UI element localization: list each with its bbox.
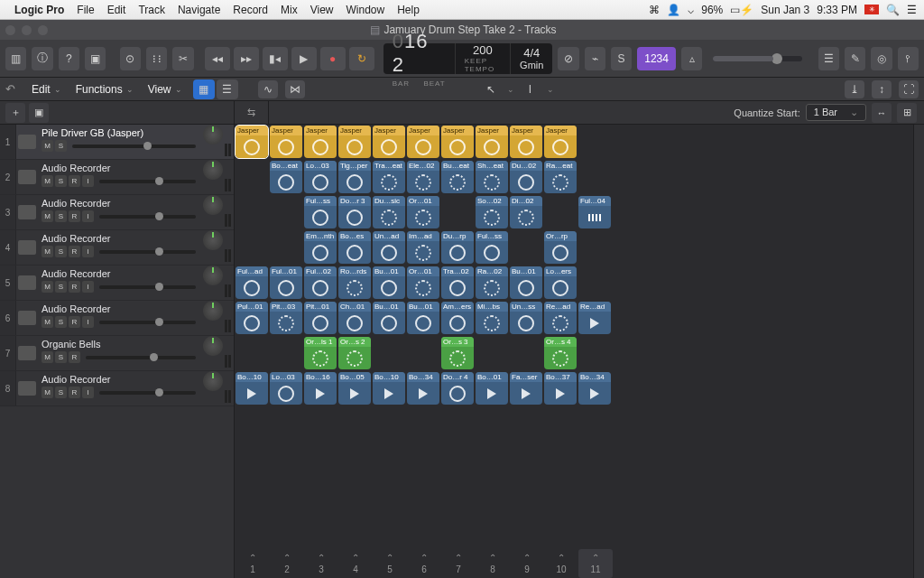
loop-browser-button[interactable]: ◎ (871, 47, 892, 70)
track-pan-knob[interactable] (203, 371, 223, 391)
loop-cell[interactable]: Bo…10 (236, 372, 268, 405)
solo-button[interactable]: S (611, 47, 632, 70)
traffic-lights[interactable] (5, 25, 48, 35)
menu-record[interactable]: Record (233, 4, 268, 16)
h-zoom-button[interactable]: ↔ (872, 103, 892, 123)
forward-button[interactable]: ▸▸ (234, 47, 259, 70)
loop-cell[interactable]: Jasper (510, 126, 542, 158)
track-r-button[interactable]: R (69, 316, 80, 328)
track-name[interactable]: Audio Recorder (42, 303, 199, 314)
loop-cell[interactable]: Ra…02 (476, 266, 508, 299)
track-row[interactable]: 7 Organic Bells MSR (0, 336, 234, 371)
track-volume-slider[interactable] (99, 321, 196, 324)
loop-cell[interactable]: Or…01 (407, 196, 439, 228)
track-row[interactable]: 1 Pile Driver GB (Jasper) MS (0, 125, 234, 160)
flag-canada-icon[interactable]: ✳ (864, 5, 879, 14)
track-icon[interactable] (16, 230, 38, 265)
divider-icon[interactable]: ⇆ (247, 107, 255, 118)
loop-cell[interactable]: Ful…01 (270, 266, 302, 299)
loop-cell[interactable]: Du…rp (441, 231, 474, 264)
scene-trigger[interactable]: ⌃5 (373, 549, 407, 578)
loop-cell[interactable]: Jasper (407, 126, 439, 158)
track-m-button[interactable]: M (42, 246, 53, 257)
track-volume-slider[interactable] (99, 285, 196, 289)
scene-trigger[interactable]: ⌃3 (304, 549, 338, 578)
empty-cell[interactable] (578, 161, 611, 193)
track-volume-slider[interactable] (99, 215, 196, 219)
view-menu[interactable]: View (144, 81, 186, 98)
record-button[interactable]: ● (320, 47, 346, 70)
replace-button[interactable]: ⊘ (558, 47, 578, 70)
mixer-button[interactable]: ⫶⫶ (146, 47, 167, 70)
track-row[interactable]: 4 Audio Recorder MSRI (0, 230, 234, 266)
loop-cell[interactable]: Pit…01 (304, 302, 337, 334)
loop-cell[interactable]: Re…ad (578, 302, 611, 334)
loop-cell[interactable]: Jasper (236, 126, 268, 158)
track-pan-knob[interactable] (203, 160, 223, 180)
track-i-button[interactable]: I (82, 210, 94, 222)
track-m-button[interactable]: M (42, 316, 53, 328)
track-name[interactable]: Audio Recorder (42, 198, 199, 209)
loop-cell[interactable]: Re…ad (544, 302, 577, 334)
track-row[interactable]: 5 Audio Recorder MSRI (0, 266, 234, 301)
track-volume-slider[interactable] (86, 356, 196, 359)
library-button[interactable]: ▥ (5, 47, 26, 70)
loop-cell[interactable]: Bo…16 (304, 372, 337, 405)
duplicate-track-button[interactable]: ▣ (29, 103, 49, 123)
loop-cell[interactable]: Un…ss (510, 302, 542, 334)
notepad-button[interactable]: ✎ (845, 47, 865, 70)
loop-cell[interactable]: Ful…ad (236, 266, 268, 299)
track-pan-knob[interactable] (203, 125, 223, 144)
empty-cell[interactable] (578, 266, 611, 299)
menu-window[interactable]: Window (346, 4, 384, 16)
menu-track[interactable]: Track (138, 4, 165, 16)
loop-cell[interactable]: Jasper (441, 126, 474, 158)
loop-cell[interactable]: Do…r 4 (441, 372, 474, 405)
loop-cell[interactable]: Ful…02 (304, 266, 337, 299)
add-track-button[interactable]: ＋ (5, 103, 25, 123)
loop-cell[interactable]: Em…nth (304, 231, 337, 264)
loop-cell[interactable]: Tra…02 (441, 266, 474, 299)
loop-cell[interactable]: Ele…02 (407, 161, 439, 193)
loop-cell[interactable]: Un…ad (373, 231, 405, 264)
track-r-button[interactable]: R (69, 175, 80, 187)
track-s-button[interactable]: S (55, 175, 67, 187)
loop-cell[interactable]: Bo…eat (270, 161, 302, 193)
track-pan-knob[interactable] (203, 230, 223, 250)
scene-panel-button[interactable]: ⊞ (897, 103, 917, 123)
loop-cell[interactable]: Du…02 (510, 161, 542, 193)
track-name[interactable]: Pile Driver GB (Jasper) (42, 127, 199, 138)
cycle-button[interactable]: ↻ (349, 47, 374, 70)
track-icon[interactable] (16, 301, 38, 335)
battery-icon[interactable]: ▭⚡ (730, 4, 753, 16)
track-icon[interactable] (16, 160, 38, 194)
rewind-button[interactable]: ◂◂ (205, 47, 230, 70)
track-i-button[interactable]: I (82, 316, 94, 328)
time-sig[interactable]: 4/4 (523, 46, 540, 60)
scene-trigger[interactable]: ⌃9 (510, 549, 544, 578)
empty-cell[interactable] (270, 196, 302, 228)
empty-cell[interactable] (578, 126, 611, 158)
catch-playhead-button[interactable]: ⤓ (845, 80, 864, 98)
loop-cell[interactable]: Im…ad (407, 231, 439, 264)
loop-cell[interactable]: Bo…34 (407, 372, 439, 405)
loop-cell[interactable]: Bo…01 (476, 372, 508, 405)
loop-cell[interactable]: Fa…ser (510, 372, 542, 405)
track-m-button[interactable]: M (42, 175, 53, 187)
scene-sidebar[interactable] (913, 125, 924, 578)
toolbar-button[interactable]: ▣ (85, 47, 106, 70)
track-name[interactable]: Organic Bells (42, 339, 199, 350)
edit-menu[interactable]: Edit (28, 81, 65, 98)
empty-cell[interactable] (476, 337, 508, 369)
loop-cell[interactable]: Sh…eat (476, 161, 508, 193)
empty-cell[interactable] (236, 196, 268, 228)
loop-cell[interactable]: Jasper (476, 126, 508, 158)
user-icon[interactable]: 👤 (667, 4, 680, 16)
quick-note-icon[interactable]: ⌘ (649, 4, 660, 16)
tracks-view-button[interactable]: ☰ (217, 79, 238, 99)
menu-navigate[interactable]: Navigate (178, 4, 220, 16)
track-s-button[interactable]: S (55, 246, 67, 257)
track-r-button[interactable]: R (69, 351, 80, 363)
loop-cell[interactable]: Or…s 4 (544, 337, 577, 369)
loop-cell[interactable]: Di…02 (510, 196, 542, 228)
